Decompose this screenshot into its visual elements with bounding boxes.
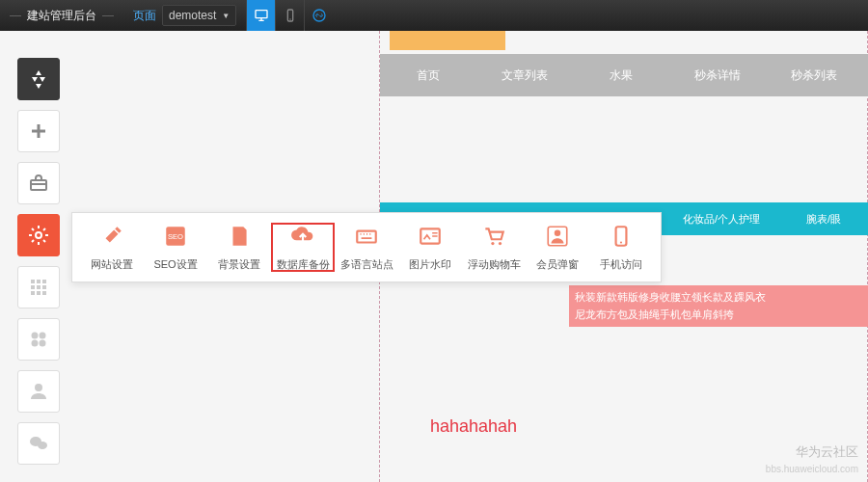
svg-rect-12 [31, 291, 35, 295]
tab-label[interactable]: 页面 [133, 8, 156, 24]
svg-rect-24 [357, 231, 376, 243]
panel-item-label: 数据库备份 [277, 257, 330, 272]
top-bar: — 建站管理后台 — 页面 demotest ▼ [0, 0, 868, 31]
svg-point-5 [36, 232, 41, 238]
background-icon [226, 223, 253, 250]
panel-item-background[interactable]: 背景设置 [207, 223, 271, 272]
rail-add-button[interactable] [17, 110, 60, 152]
panel-item-label: SEO设置 [153, 257, 197, 272]
cloud-upload-icon [289, 223, 316, 250]
rail-grid-button[interactable] [17, 266, 60, 308]
svg-point-17 [32, 340, 39, 347]
toolbox-icon [27, 172, 50, 195]
grid-icon [27, 276, 50, 299]
panel-item-floating-cart[interactable]: 浮动购物车 [462, 223, 526, 272]
panel-item-mobile-access[interactable]: 手机访问 [589, 223, 653, 272]
page-select-value: demotest [169, 9, 216, 22]
nav-item[interactable]: 秒杀详情 [669, 67, 766, 84]
rail-apps-button[interactable] [17, 58, 60, 100]
wrench-icon [98, 223, 125, 250]
keyboard-icon [353, 223, 380, 250]
panel-item-label: 浮动购物车 [468, 257, 521, 272]
modules-icon [27, 328, 50, 351]
rail-modules-button[interactable] [17, 318, 60, 361]
svg-point-3 [313, 10, 325, 21]
svg-point-21 [38, 442, 47, 449]
panel-item-site-settings[interactable]: 网站设置 [80, 223, 144, 272]
svg-point-28 [555, 230, 561, 237]
svg-rect-0 [256, 11, 267, 18]
desktop-view-button[interactable] [246, 0, 275, 31]
app-store-icon [27, 67, 50, 91]
category-item[interactable]: 化妆品/个人护理 [683, 212, 760, 227]
svg-point-15 [32, 333, 39, 339]
svg-text:SEO: SEO [168, 232, 183, 241]
gear-icon [27, 224, 50, 247]
preview-navbar: 首页 文章列表 水果 秒杀详情 秒杀列表 [380, 54, 868, 96]
orange-block [390, 31, 505, 50]
svg-point-19 [35, 384, 42, 391]
panel-item-db-backup[interactable]: 数据库备份 [271, 223, 335, 272]
nav-item[interactable]: 秒杀列表 [766, 67, 862, 84]
center-text: hahahahah [430, 416, 517, 437]
panel-item-label: 会员弹窗 [536, 257, 579, 272]
rail-wechat-button[interactable] [17, 422, 60, 465]
chevron-down-icon: ▼ [222, 12, 230, 20]
svg-point-18 [40, 340, 46, 347]
panel-item-label: 背景设置 [218, 257, 260, 272]
svg-rect-10 [37, 285, 41, 289]
wechat-icon [27, 432, 50, 455]
mobile-view-button[interactable] [275, 0, 304, 31]
svg-rect-6 [31, 280, 35, 283]
left-rail [17, 58, 60, 465]
category-item[interactable]: 腕表/眼 [806, 212, 841, 227]
seo-icon: SEO [162, 223, 189, 250]
nav-item[interactable]: 首页 [380, 67, 476, 84]
phone-icon [608, 223, 635, 250]
svg-rect-14 [42, 291, 46, 295]
miniprogram-icon [312, 8, 327, 23]
promo-text-block: 秋装新款韩版修身收腰立领长款及踝风衣 尼龙布方包及抽绳手机包单肩斜挎 [569, 285, 868, 327]
nav-item[interactable]: 水果 [573, 67, 669, 84]
rail-user-button[interactable] [17, 370, 60, 413]
desktop-icon [254, 8, 269, 23]
watermark-title: 华为云社区 [796, 443, 858, 461]
panel-item-label: 手机访问 [600, 257, 642, 272]
add-icon [27, 120, 50, 143]
miniprogram-view-button[interactable] [304, 0, 333, 31]
panel-item-watermark[interactable]: 图片水印 [398, 223, 462, 272]
image-text-icon [417, 223, 444, 250]
svg-point-26 [491, 242, 494, 245]
settings-panel: 网站设置 SEO SEO设置 背景设置 数据库备份 多语言站点 图片水印 浮动购… [71, 212, 662, 282]
nav-item[interactable]: 文章列表 [476, 67, 573, 84]
svg-rect-13 [37, 291, 41, 295]
cart-icon [480, 223, 507, 250]
svg-rect-9 [31, 285, 35, 289]
panel-item-seo[interactable]: SEO SEO设置 [144, 223, 207, 272]
panel-item-multilang[interactable]: 多语言站点 [335, 223, 398, 272]
svg-rect-7 [37, 280, 41, 283]
rail-settings-button[interactable] [17, 214, 60, 256]
page-select[interactable]: demotest ▼ [162, 5, 236, 26]
page-title: 建站管理后台 [23, 8, 100, 24]
panel-item-label: 多语言站点 [340, 257, 393, 272]
user-icon [27, 380, 50, 403]
panel-item-member-popup[interactable]: 会员弹窗 [526, 223, 589, 272]
rail-toolbox-button[interactable] [17, 162, 60, 204]
panel-item-label: 网站设置 [91, 257, 133, 272]
svg-point-31 [620, 241, 622, 243]
svg-rect-8 [42, 280, 46, 283]
member-popup-icon [544, 223, 571, 250]
promo-line: 尼龙布方包及抽绳手机包单肩斜挎 [575, 307, 862, 324]
mobile-icon [283, 8, 298, 23]
watermark-url: bbs.huaweicloud.com [766, 464, 858, 474]
svg-point-16 [40, 333, 46, 339]
svg-rect-11 [42, 285, 46, 289]
promo-line: 秋装新款韩版修身收腰立领长款及踝风衣 [575, 289, 862, 307]
svg-point-27 [499, 242, 502, 245]
panel-item-label: 图片水印 [409, 257, 451, 272]
svg-point-2 [289, 18, 290, 19]
